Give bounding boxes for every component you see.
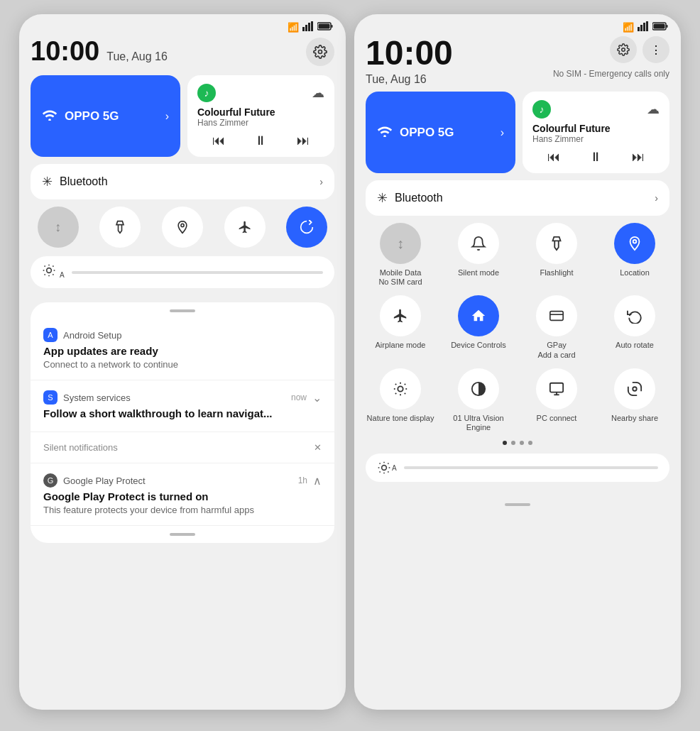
bluetooth-tile-2[interactable]: ✳ Bluetooth › [366,180,669,216]
pagination-dots-2 [366,441,669,445]
notif-system-services[interactable]: S System services now ⌄ Follow a short w… [31,380,334,432]
svg-point-31 [398,386,403,391]
signal-icon-2 [638,21,649,33]
icon-grid-2: ↕ Mobile DataNo SIM card Silent mode Fla… [366,223,669,432]
spotify-icon-2: ♪ [532,100,551,119]
oppo-tile-2[interactable]: OPPO 5G › [366,92,515,173]
brightness-icon-1: A [42,263,65,281]
svg-rect-19 [638,27,640,31]
svg-line-48 [380,463,381,464]
share-icon-2: ☁ [647,101,660,117]
nature-tone-icon-2: A [380,368,421,410]
svg-line-17 [45,274,45,275]
music-tile-1[interactable]: ♪ ☁ Colourful Future Hans Zimmer ⏮ ⏸ ⏭ [187,75,334,157]
nearby-share-label-2: Nearby share [611,414,658,423]
svg-rect-25 [654,24,665,29]
settings-button-2[interactable] [610,36,637,63]
svg-line-53 [388,463,388,464]
close-silent-icon[interactable]: ✕ [314,442,322,453]
bluetooth-tile-1[interactable]: ✳ Bluetooth › [31,164,334,199]
svg-line-18 [53,266,53,267]
next-button-1[interactable]: ⏭ [297,133,310,148]
device-controls-icon-2 [458,295,499,336]
status-bar-1: 📶 [19,14,346,36]
nature-tone-label-2: Nature tone display [367,414,434,423]
mobile-data-tile-2[interactable]: ↕ Mobile DataNo SIM card [366,223,435,287]
auto-rotate-tile-2[interactable]: Auto rotate [600,295,669,359]
notif-header-1: A Android Setup [43,328,322,342]
date-1: Tue, Aug 16 [106,50,168,63]
airplane-tile-2[interactable]: Airplane mode [366,295,435,359]
notif-google-play[interactable]: G Google Play Protect 1h ∧ Google Play P… [31,463,334,526]
flashlight-icon-2 [536,223,577,264]
prev-button-2[interactable]: ⏮ [547,150,560,165]
time-group-1: 10:00 Tue, Aug 16 [31,36,168,67]
wifi-icon-2: 📶 [623,22,634,33]
music-top-2: ♪ ☁ [532,100,660,119]
silent-notifications-row: Silent notifications ✕ [31,432,334,463]
main-tiles-1: OPPO 5G › ♪ ☁ Colourful Future Hans Zimm… [31,75,334,157]
svg-point-44 [633,387,637,391]
notif-time-2: now [291,392,307,402]
music-tile-2[interactable]: ♪ ☁ Colourful Future Hans Zimmer ⏮ ⏸ ⏭ [523,92,669,173]
svg-point-27 [383,135,386,137]
airplane-icon-1 [224,207,266,248]
time-row-1: 10:00 Tue, Aug 16 [31,36,334,67]
silent-tile-2[interactable]: Silent mode [444,223,513,287]
expand-icon-2[interactable]: ⌄ [312,391,322,405]
location-icon-1 [162,207,203,248]
notif-title-4: Google Play Protect is turned on [43,490,322,502]
flashlight-icon-1 [99,207,141,248]
svg-point-26 [622,48,625,52]
qs-area-1: 10:00 Tue, Aug 16 OPPO 5G › ♪ [19,36,346,302]
ultra-vision-tile-2[interactable]: 01 Ultra Vision Engine [444,368,513,432]
location-tile-1[interactable] [155,207,210,248]
settings-button-1[interactable] [306,38,334,66]
svg-rect-29 [550,312,563,321]
song-title-2: Colourful Future [532,123,660,134]
brightness-control-1[interactable]: A [31,256,334,288]
brightness-bar-2[interactable] [404,466,658,469]
play-pause-button-1[interactable]: ⏸ [254,133,267,148]
clock-1: 10:00 [31,36,99,67]
signal-icon [302,21,314,33]
more-button-2[interactable]: ⋮ [642,36,669,63]
nature-tone-tile-2[interactable]: A Nature tone display [366,368,435,432]
flashlight-tile-1[interactable] [93,207,148,248]
next-button-2[interactable]: ⏭ [632,150,645,165]
expand-icon-4[interactable]: ∧ [313,474,322,488]
brightness-control-2[interactable]: A [366,454,669,482]
notif-android-setup[interactable]: A Android Setup App updates are ready Co… [31,318,334,380]
airplane-icon-2 [380,295,421,336]
main-tiles-2: OPPO 5G › ♪ ☁ Colourful Future Hans Zimm… [366,92,669,173]
gpay-tile-2[interactable]: GPayAdd a card [522,295,591,359]
airplane-label-2: Airplane mode [376,341,426,350]
location-tile-2[interactable]: Location [600,223,669,287]
svg-rect-21 [643,23,645,31]
device-controls-tile-2[interactable]: Device Controls [444,295,513,359]
time-date-block-2: 10:00 Tue, Aug 16 [366,36,453,86]
prev-button-1[interactable]: ⏮ [212,133,225,148]
notification-area-1: A Android Setup App updates are ready Co… [31,302,334,543]
clock-2: 10:00 [366,36,453,70]
play-protect-label: Google Play Protect [63,476,146,486]
svg-rect-24 [667,25,668,28]
device-controls-label-2: Device Controls [451,341,506,350]
auto-rotate-tile-1[interactable] [279,207,334,248]
notif-handle-1 [170,309,195,312]
svg-rect-6 [319,24,330,29]
play-pause-button-2[interactable]: ⏸ [589,150,602,165]
music-controls-2: ⏮ ⏸ ⏭ [532,150,660,165]
nearby-share-tile-2[interactable]: Nearby share [600,368,669,432]
mobile-data-tile-1[interactable]: ↕ [31,207,86,248]
nearby-share-icon-2 [614,368,655,410]
auto-brightness-label-1: A [60,271,65,279]
pc-connect-tile-2[interactable]: PC connect [522,368,591,432]
svg-line-49 [388,471,388,472]
brightness-bar-1[interactable] [72,271,323,274]
flashlight-tile-2[interactable]: Flashlight [522,223,591,287]
oppo-tile-1[interactable]: OPPO 5G › [31,75,180,157]
airplane-tile-1[interactable] [217,207,273,248]
status-icons-1: 📶 [288,21,333,33]
status-icons-2: 📶 [623,21,668,33]
